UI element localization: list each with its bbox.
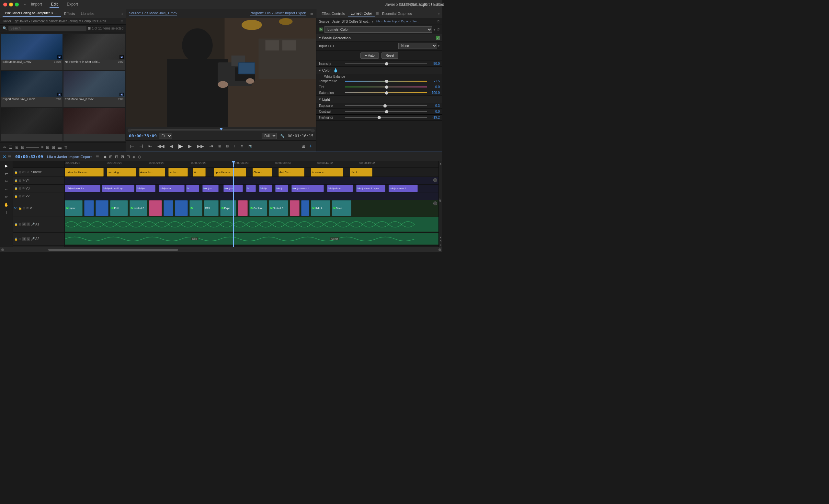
add-button[interactable]: + xyxy=(308,143,314,150)
v1-clip-13[interactable]: fx Nested S xyxy=(269,200,288,216)
lut-select[interactable]: None xyxy=(398,43,437,49)
a1-sync-icon[interactable]: ⊞ xyxy=(19,222,21,226)
prev-frame-button[interactable]: ◀ xyxy=(168,143,175,149)
view-toggle-icon[interactable]: ⊞ xyxy=(88,26,91,30)
nav-edit[interactable]: Edit xyxy=(49,1,59,8)
home-icon[interactable]: ⌂ xyxy=(24,2,26,7)
arrow-tool[interactable]: ▶ xyxy=(4,163,9,169)
pen-tool[interactable]: ✏ xyxy=(4,194,9,200)
v1-clip-5[interactable] xyxy=(149,200,162,216)
step-back-button[interactable]: ◀◀ xyxy=(156,143,166,149)
v3-clip-7[interactable]: fx xyxy=(246,185,256,192)
v3-lock-icon[interactable]: 🔒 xyxy=(14,187,18,190)
add-marker-tool[interactable]: ◈ xyxy=(132,154,136,160)
automate-icon[interactable]: ⊞ xyxy=(45,144,50,150)
a2-s-button[interactable]: S xyxy=(27,237,30,241)
c1-eye-icon[interactable]: 👁 xyxy=(22,170,25,174)
export-frame-button[interactable]: 📷 xyxy=(247,144,254,149)
subtitle-clip-5[interactable]: open the new... xyxy=(214,168,246,177)
v3-clip-2[interactable]: fx Adjus xyxy=(136,185,155,192)
color-header[interactable]: ▾ Color 💧 xyxy=(316,67,442,74)
right-tabs-expand[interactable]: » xyxy=(438,12,440,15)
highlights-track[interactable] xyxy=(345,117,427,118)
timeline-scrollbar[interactable] xyxy=(0,247,442,252)
subtitle-clip-2[interactable]: A new he... xyxy=(139,168,165,177)
v1-clip-8[interactable]: fx xyxy=(189,200,203,216)
slip-tool[interactable]: ↔ xyxy=(4,186,9,192)
v1-lock-icon[interactable]: 🔒 xyxy=(19,207,22,210)
media-item-6[interactable] xyxy=(64,108,125,141)
fx-dropdown-icon[interactable]: ▾ xyxy=(434,28,435,31)
timeline-menu-icon[interactable]: ☰ xyxy=(8,154,11,159)
v1-clip-12[interactable]: fx Content xyxy=(249,200,267,216)
scroll-left-btn[interactable] xyxy=(1,248,4,251)
subtitle-clip-3[interactable]: so the... xyxy=(168,168,188,177)
new-item-icon[interactable]: ✏ xyxy=(3,144,7,150)
lumetri-menu-icon[interactable]: ☰ xyxy=(376,12,379,15)
a2-audio-clip[interactable] xyxy=(65,233,438,245)
subtitle-clip-1[interactable]: and bring... xyxy=(107,168,136,177)
temperature-track[interactable] xyxy=(345,81,427,82)
v1-clip-16[interactable]: fx Hide L xyxy=(311,200,330,216)
v1-clip-4[interactable]: fx Nested S xyxy=(130,200,147,216)
v1-clip-3[interactable]: fx Edit xyxy=(110,200,128,216)
media-item-2[interactable]: ▣ No Premiere in Shot Editi... 7:07 xyxy=(64,34,125,70)
timeline-close-icon[interactable]: ✕ xyxy=(3,154,6,159)
text-tool[interactable]: T xyxy=(4,209,8,216)
scroll-up-icon[interactable]: ▲ xyxy=(439,162,442,165)
a1-mic-icon[interactable]: 🎤 xyxy=(31,222,35,226)
slider-icon[interactable] xyxy=(26,147,39,148)
button-extras[interactable]: ⊞ xyxy=(300,143,307,150)
v3-clip-0[interactable]: fx Adjustment La xyxy=(65,185,100,192)
tint-track[interactable] xyxy=(345,86,427,87)
wrench-icon[interactable]: 🔧 xyxy=(280,134,285,138)
intensity-track[interactable] xyxy=(345,63,427,64)
mark-in-button[interactable]: ⊢ xyxy=(129,143,135,149)
v4-eye-icon[interactable]: 👁 xyxy=(22,179,25,182)
effect-controls-tab[interactable]: Effect Controls xyxy=(319,10,348,17)
ripple-trim-tool[interactable]: ⊟ xyxy=(114,154,119,160)
search-bin-icon[interactable]: ⊞ xyxy=(51,144,56,150)
ripple-edit-tool[interactable]: ◆ xyxy=(103,154,107,160)
v3-clip-12[interactable]: fx Adjustment Layer xyxy=(356,185,385,192)
fx-reset-icon[interactable]: ↺ xyxy=(436,27,440,32)
a1-m-button[interactable]: M xyxy=(22,222,26,226)
a2-mic-icon[interactable]: 🎤 xyxy=(31,237,35,241)
v3-sync-icon[interactable]: ⊞ xyxy=(19,187,21,190)
v3-eye-icon[interactable]: 👁 xyxy=(22,187,25,190)
lumetri-color-tab[interactable]: Lumetri Color xyxy=(348,10,375,17)
v1-clip-6[interactable] xyxy=(164,200,173,216)
play-button[interactable]: ▶ xyxy=(177,142,184,150)
program-menu-icon[interactable]: ☰ xyxy=(310,11,314,15)
libraries-tab[interactable]: Libraries xyxy=(78,10,97,17)
basic-correction-header[interactable]: ▾ Basic Correction ✓ xyxy=(316,34,442,41)
v1-clip-7[interactable] xyxy=(175,200,188,216)
icon-view-icon[interactable]: ⊞ xyxy=(14,144,19,150)
reset-button[interactable]: Reset xyxy=(382,52,398,59)
insert-button[interactable]: ⊞ xyxy=(217,144,222,149)
close-button[interactable] xyxy=(3,3,7,6)
clip-icon[interactable]: ▬ xyxy=(57,144,62,150)
basic-correction-checkbox[interactable]: ✓ xyxy=(436,36,440,40)
extract-button[interactable]: ⬆ xyxy=(239,144,245,149)
media-item-1[interactable]: ▣ Edit Mode Javi_1.mov 16:03 xyxy=(1,34,63,70)
maximize-button[interactable] xyxy=(15,3,19,6)
a2-m-button[interactable]: M xyxy=(22,237,26,241)
essential-graphics-tab[interactable]: Essential Graphics xyxy=(380,10,414,17)
v1-clip-14[interactable] xyxy=(290,200,299,216)
scroll-thumb[interactable] xyxy=(48,249,178,251)
saturation-track[interactable] xyxy=(345,92,427,93)
sort-icon[interactable]: ≡ xyxy=(40,144,44,150)
media-item-4[interactable]: ▣ Edit Mode Javi_0.mov 9:09 xyxy=(64,71,125,107)
lut-dropdown-icon[interactable]: ▾ xyxy=(438,44,440,48)
program-tab[interactable]: Program: Lila x Javier Import Export xyxy=(250,11,307,16)
v3-clip-4[interactable]: fx xyxy=(186,185,199,192)
a1-audio-clip[interactable] xyxy=(65,217,438,231)
bin-tab[interactable]: Bin: Javier Editing at Computer B Roll xyxy=(3,10,61,17)
v3-clip-10[interactable]: fx Adjustment L xyxy=(291,185,324,192)
v1-clip-2[interactable] xyxy=(96,200,108,216)
v3-clip-11[interactable]: fx Adjustme xyxy=(327,185,353,192)
scroll-down-icon[interactable]: ▼ xyxy=(439,236,442,239)
source-tab[interactable]: Source: Edit Mode Javi_1.mov xyxy=(129,11,177,16)
add-marker2-tool[interactable]: ◇ xyxy=(137,154,142,160)
